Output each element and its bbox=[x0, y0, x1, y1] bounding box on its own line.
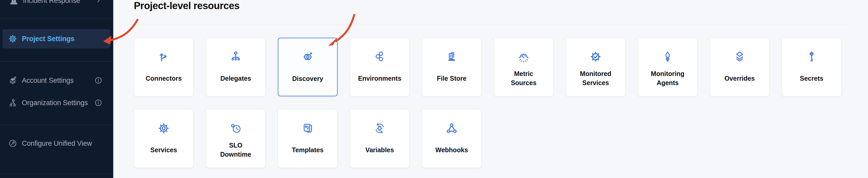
info-icon[interactable] bbox=[94, 99, 102, 107]
resource-card-label: Overrides bbox=[712, 74, 767, 83]
sidebar-divider bbox=[0, 174, 112, 174]
resource-card-environments[interactable]: Environments bbox=[350, 38, 410, 96]
resource-card-label: Delegates bbox=[208, 74, 263, 83]
resource-card-templates[interactable]: Templates bbox=[278, 109, 338, 168]
resource-card-discovery[interactable]: Discovery bbox=[278, 38, 338, 96]
secrets-icon bbox=[806, 51, 817, 63]
resource-card-file-store[interactable]: File Store bbox=[422, 38, 482, 96]
resource-card-label: Connectors bbox=[136, 74, 191, 83]
resource-card-monitoring-agents[interactable]: Monitoring Agents bbox=[638, 38, 698, 96]
resource-card-delegates[interactable]: Delegates bbox=[206, 38, 266, 96]
sidebar-item-organization-settings[interactable]: Organization Settings bbox=[3, 94, 110, 111]
variables-icon bbox=[374, 122, 386, 134]
sidebar-item-incident-response[interactable]: Incident Response bbox=[3, 0, 110, 10]
sidebar-item-label: Configure Unified View bbox=[22, 140, 92, 148]
resource-card-label: Secrets bbox=[784, 74, 839, 83]
services-gear-icon bbox=[158, 122, 170, 134]
resource-card-services[interactable]: Services bbox=[134, 109, 194, 168]
sidebar-item-label: Organization Settings bbox=[22, 99, 88, 107]
resource-card-slo-downtime[interactable]: SLO Downtime bbox=[206, 109, 266, 168]
connectors-icon bbox=[158, 51, 170, 63]
resource-card-secrets[interactable]: Secrets bbox=[782, 38, 841, 96]
resource-card-label: Templates bbox=[280, 146, 335, 155]
resource-card-monitored-services[interactable]: Monitored Services bbox=[566, 38, 625, 96]
resource-card-overrides[interactable]: Overrides bbox=[710, 38, 770, 96]
page-title: Project-level resources bbox=[134, 0, 240, 11]
sidebar: Incident Response Project Settings Accou… bbox=[0, 0, 113, 178]
sidebar-item-project-settings[interactable]: Project Settings bbox=[3, 29, 110, 49]
resource-card-label: Monitoring Agents bbox=[640, 69, 695, 87]
overrides-icon bbox=[734, 51, 746, 63]
sidebar-item-label: Incident Response bbox=[23, 0, 80, 5]
layers-gear-icon bbox=[8, 76, 17, 85]
resource-card-label: Variables bbox=[352, 146, 407, 155]
environments-icon bbox=[374, 51, 386, 63]
sidebar-item-account-settings[interactable]: Account Settings bbox=[3, 72, 110, 89]
resource-card-webhooks[interactable]: Webhooks bbox=[422, 109, 482, 168]
resource-card-variables[interactable]: Variables bbox=[350, 109, 410, 168]
sidebar-item-label: Account Settings bbox=[22, 77, 73, 85]
webhooks-icon bbox=[446, 122, 458, 134]
screen: Incident Response Project Settings Accou… bbox=[0, 0, 868, 178]
resource-card-metric-sources[interactable]: Metric Sources bbox=[494, 38, 554, 96]
resource-card-label: Webhooks bbox=[424, 146, 479, 155]
sidebar-item-label: Project Settings bbox=[22, 35, 74, 43]
main-content: Project-level resources Connectors Deleg… bbox=[113, 0, 868, 178]
templates-icon bbox=[302, 122, 314, 134]
resource-card-label: Monitored Services bbox=[568, 69, 623, 87]
gear-icon bbox=[8, 34, 17, 43]
sidebar-divider bbox=[0, 18, 112, 19]
resource-card-label: File Store bbox=[424, 74, 479, 83]
resource-card-grid: Connectors Delegates Discovery Environme… bbox=[134, 38, 848, 168]
info-icon[interactable] bbox=[94, 77, 102, 85]
resource-card-label: Discovery bbox=[280, 74, 335, 83]
chevron-right-icon bbox=[95, 0, 101, 4]
resource-card-label: Services bbox=[136, 146, 191, 155]
slo-downtime-icon bbox=[230, 122, 242, 134]
resource-card-label: SLO Downtime bbox=[208, 141, 263, 159]
metric-sources-icon bbox=[518, 51, 530, 63]
monitoring-agents-icon bbox=[662, 51, 674, 63]
monitored-services-icon bbox=[590, 51, 601, 63]
resource-card-label: Environments bbox=[352, 74, 407, 83]
sidebar-item-configure-unified-view[interactable]: Configure Unified View bbox=[3, 135, 110, 152]
discovery-icon bbox=[302, 51, 314, 63]
resource-card-connectors[interactable]: Connectors bbox=[134, 38, 194, 96]
delegates-icon bbox=[230, 51, 242, 63]
sidebar-divider bbox=[0, 61, 112, 62]
wrench-circle-icon bbox=[8, 139, 17, 148]
siren-icon bbox=[8, 0, 19, 6]
hierarchy-gear-icon bbox=[8, 98, 17, 107]
section-divider bbox=[134, 25, 848, 25]
file-store-icon bbox=[446, 51, 458, 63]
resource-card-label: Metric Sources bbox=[496, 69, 551, 87]
